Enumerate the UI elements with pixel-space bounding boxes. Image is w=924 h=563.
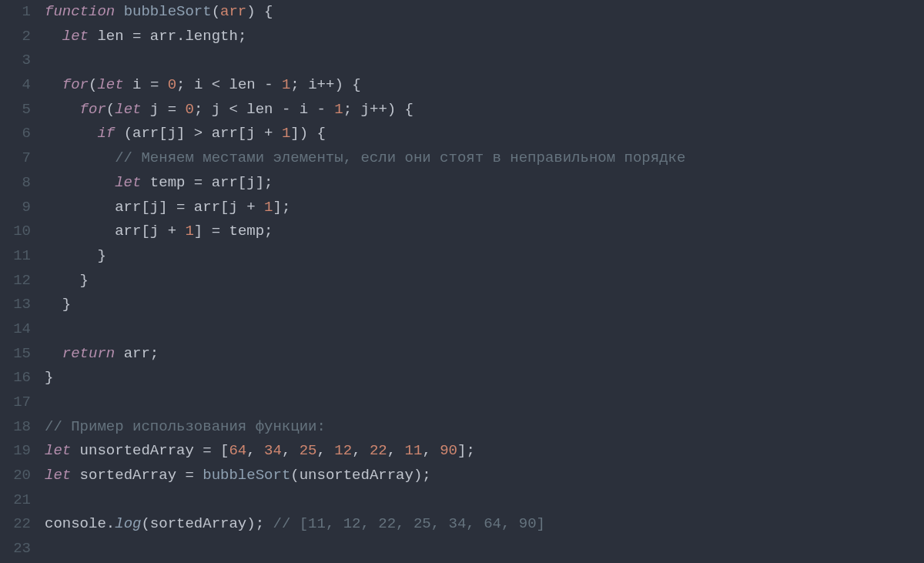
code-line[interactable]: return arr;	[45, 342, 916, 367]
line-number: 5	[0, 98, 31, 122]
code-line[interactable]: console.log(sortedArray); // [11, 12, 22…	[45, 512, 916, 537]
code-token: .	[176, 28, 185, 45]
code-token: ++	[317, 76, 335, 93]
code-token: arr;	[115, 345, 159, 362]
code-token: }	[45, 369, 53, 386]
code-line[interactable]	[45, 537, 916, 561]
code-token: -	[282, 101, 290, 118]
code-token: for	[80, 101, 106, 118]
line-number: 19	[0, 439, 31, 464]
line-number: 7	[0, 146, 31, 171]
code-token: i	[290, 101, 316, 118]
code-token: ,	[422, 442, 440, 459]
code-token: 1	[334, 101, 343, 118]
code-token: arr[j	[185, 199, 246, 216]
code-token: let	[62, 28, 89, 45]
line-number: 10	[0, 220, 31, 244]
line-number: 14	[0, 317, 31, 342]
code-line[interactable]	[45, 317, 916, 342]
code-line[interactable]: }	[45, 293, 916, 317]
code-token: j	[141, 101, 167, 118]
code-content[interactable]: function bubbleSort(arr) { let len = arr…	[45, 0, 924, 563]
code-token: ; j	[194, 101, 229, 118]
code-token: =	[132, 28, 141, 45]
code-token: =	[203, 442, 211, 459]
code-token: length	[185, 28, 237, 45]
code-line[interactable]	[45, 488, 916, 513]
code-token: =	[185, 467, 193, 484]
code-editor[interactable]: 1234567891011121314151617181920212223 fu…	[0, 0, 924, 563]
code-token: let	[115, 101, 141, 118]
code-line[interactable]: }	[45, 269, 916, 293]
code-token: }	[45, 247, 106, 264]
code-token: arr	[220, 3, 246, 20]
code-token: ,	[317, 442, 335, 459]
code-line[interactable]: if (arr[j] > arr[j + 1]) {	[45, 122, 916, 146]
code-line[interactable]: arr[j] = arr[j + 1];	[45, 196, 916, 220]
code-line[interactable]: }	[45, 244, 916, 269]
code-token: =	[150, 76, 159, 93]
line-number: 17	[0, 390, 31, 415]
line-number: 12	[0, 269, 31, 293]
code-line[interactable]	[45, 49, 916, 73]
code-token: +	[168, 223, 176, 240]
code-token: 11	[405, 442, 423, 459]
code-token: 1	[185, 223, 193, 240]
code-token: let	[97, 76, 123, 93]
code-token: ;	[238, 28, 246, 45]
line-number-gutter: 1234567891011121314151617181920212223	[0, 0, 45, 563]
code-token	[45, 76, 62, 93]
code-line[interactable]: // Меняем местами элементы, если они сто…	[45, 146, 916, 171]
code-line[interactable]: let temp = arr[j];	[45, 171, 916, 196]
code-token: len	[89, 28, 132, 45]
code-token: unsortedArray	[71, 442, 203, 459]
line-number: 21	[0, 488, 31, 513]
code-token: let	[45, 467, 71, 484]
code-line[interactable]	[45, 390, 916, 415]
line-number: 20	[0, 464, 31, 488]
code-line[interactable]: let len = arr.length;	[45, 25, 916, 49]
code-token: console	[45, 515, 106, 532]
code-line[interactable]: let unsortedArray = [64, 34, 25, 12, 22,…	[45, 439, 916, 464]
code-token: (	[212, 3, 220, 20]
code-token: -	[317, 101, 326, 118]
line-number: 3	[0, 49, 31, 73]
code-line[interactable]: function bubbleSort(arr) {	[45, 0, 916, 25]
code-line[interactable]: for(let j = 0; j < len - i - 1; j++) {	[45, 98, 916, 122]
code-token: sortedArray	[71, 467, 185, 484]
code-token: (sortedArray);	[141, 515, 273, 532]
line-number: 2	[0, 25, 31, 49]
code-token: -	[264, 76, 273, 93]
code-line[interactable]: // Пример использования функции:	[45, 415, 916, 440]
code-token: 64	[229, 442, 246, 459]
code-token: 1	[264, 199, 273, 216]
line-number: 8	[0, 171, 31, 196]
code-token	[256, 199, 264, 216]
code-line[interactable]: arr[j + 1] = temp;	[45, 220, 916, 244]
code-token: ,	[352, 442, 370, 459]
code-token: <	[229, 101, 238, 118]
code-token: for	[62, 76, 89, 93]
code-token: if	[97, 125, 115, 142]
line-number: 1	[0, 0, 31, 25]
code-token: arr[j];	[203, 174, 273, 191]
code-token: =	[212, 223, 220, 240]
code-token: arr[j	[203, 125, 264, 142]
code-token: 1	[282, 125, 290, 142]
code-token: }	[45, 272, 89, 289]
code-token: bubbleSort	[203, 467, 290, 484]
code-token: temp;	[220, 223, 273, 240]
code-token: ,	[387, 442, 405, 459]
line-number: 9	[0, 196, 31, 220]
code-token	[159, 76, 167, 93]
code-token: +	[246, 199, 255, 216]
code-line[interactable]: let sortedArray = bubbleSort(unsortedArr…	[45, 464, 916, 488]
code-line[interactable]: }	[45, 366, 916, 390]
code-token: ) {	[334, 76, 360, 93]
code-token: ];	[273, 199, 290, 216]
code-token	[45, 149, 115, 166]
code-token: return	[62, 345, 115, 362]
code-token: ]	[194, 223, 212, 240]
code-token: =	[176, 199, 185, 216]
code-line[interactable]: for(let i = 0; i < len - 1; i++) {	[45, 73, 916, 98]
